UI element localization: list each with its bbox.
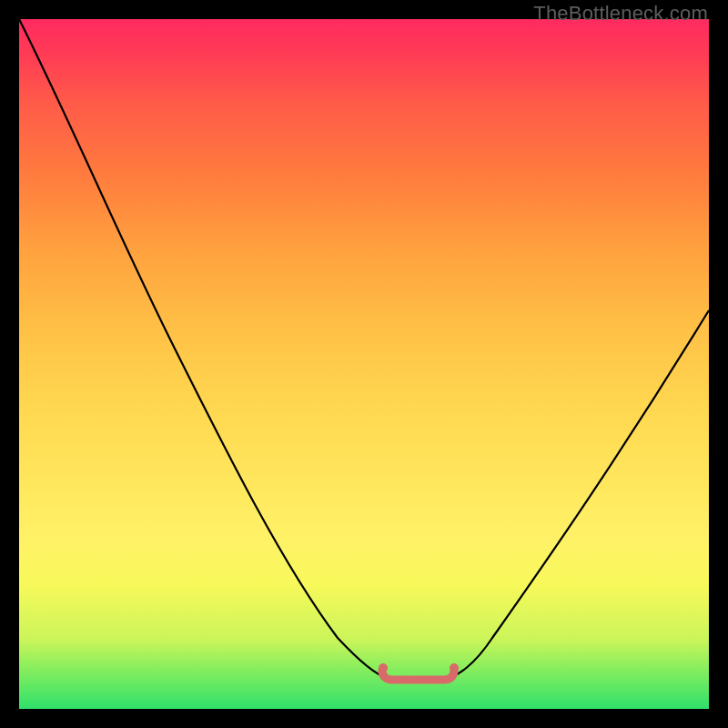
- bottleneck-curve: [19, 19, 709, 678]
- watermark-text: TheBottleneck.com: [533, 2, 708, 25]
- plateau-end-left: [379, 663, 388, 672]
- plot-area: [19, 19, 709, 709]
- plateau-end-right: [450, 663, 459, 672]
- curve-layer: [19, 19, 709, 709]
- chart-frame: TheBottleneck.com: [0, 0, 728, 728]
- plateau-marker: [382, 671, 454, 680]
